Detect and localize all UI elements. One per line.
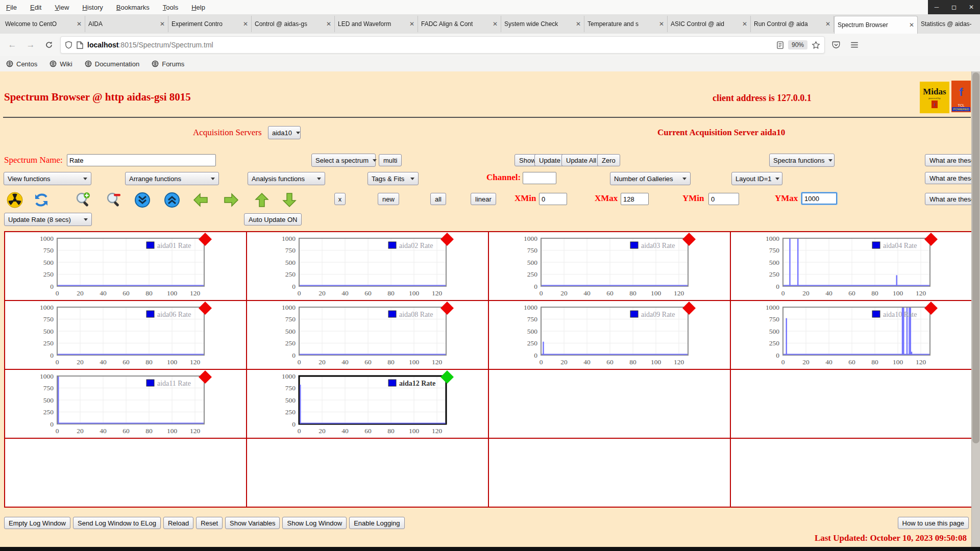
analysis-functions-dropdown[interactable]: Analysis functions [248, 172, 325, 185]
zero-button[interactable]: Zero [597, 154, 620, 166]
tab-close-icon[interactable]: ✕ [243, 20, 248, 28]
menu-item-history[interactable]: History [82, 4, 103, 11]
gallery-cell-aida10-rate[interactable]: 02505007501000020406080100120aida10 Rate [731, 301, 973, 370]
red-status-diamond-icon[interactable] [199, 233, 212, 246]
gallery-cell-empty[interactable] [731, 370, 973, 439]
tab-asic-control-aid[interactable]: ASIC Control @ aid✕ [668, 16, 751, 32]
tab-close-icon[interactable]: ✕ [160, 20, 165, 28]
red-status-diamond-icon[interactable] [440, 302, 454, 315]
tab-close-icon[interactable]: ✕ [409, 20, 414, 28]
arrange-functions-dropdown[interactable]: Arrange functions [125, 172, 219, 185]
tags-fits-dropdown[interactable]: Tags & Fits [368, 172, 419, 185]
menu-item-tools[interactable]: Tools [163, 4, 178, 11]
menu-item-view[interactable]: View [55, 4, 69, 11]
menu-item-help[interactable]: Help [191, 4, 205, 11]
zoom-level-button[interactable]: 90% [788, 40, 807, 49]
radiation-icon[interactable] [6, 191, 23, 209]
tab-close-icon[interactable]: ✕ [326, 20, 331, 28]
tab-close-icon[interactable]: ✕ [825, 20, 830, 28]
double-arrow-down-icon[interactable] [134, 191, 151, 209]
menu-item-file[interactable]: File [6, 4, 17, 11]
show-log-window-button[interactable]: Show Log Window [282, 517, 347, 529]
acquisition-server-dropdown[interactable]: aida10 [268, 126, 301, 139]
midas-logo[interactable]: Midas powered by f [920, 82, 949, 113]
send-log-window-to-elog-button[interactable]: Send Log Window to ELog [73, 517, 161, 529]
gallery-cell-aida04-rate[interactable]: 02505007501000020406080100120aida04 Rate [731, 232, 973, 301]
page-info-icon[interactable] [77, 41, 83, 49]
reader-mode-icon[interactable] [776, 41, 784, 49]
view-functions-dropdown[interactable]: View functions [4, 172, 91, 185]
spectrum-chart[interactable]: 02505007501000020406080100120aida10 Rate [732, 302, 972, 369]
hamburger-menu-icon[interactable] [847, 38, 862, 52]
tab-control-aidas-gs[interactable]: Control @ aidas-gs✕ [252, 16, 335, 32]
bookmark-star-icon[interactable] [812, 41, 820, 49]
arrow-up-icon[interactable] [253, 191, 271, 209]
spectrum-chart[interactable]: 02505007501000020406080100120aida06 Rate [6, 302, 246, 369]
spectra-functions-dropdown[interactable]: Spectra functions [769, 154, 835, 167]
reload-button[interactable] [42, 38, 56, 52]
auto-update-button[interactable]: Auto Update ON [244, 213, 302, 226]
gallery-cell-aida06-rate[interactable]: 02505007501000020406080100120aida06 Rate [5, 301, 247, 370]
zoom-out-icon[interactable] [105, 191, 122, 209]
red-status-diamond-icon[interactable] [924, 233, 938, 246]
arrow-right-icon[interactable] [223, 191, 240, 209]
forward-button[interactable]: → [23, 38, 38, 52]
shield-icon[interactable] [65, 41, 72, 49]
tab-welcome-to-cento[interactable]: Welcome to CentO✕ [2, 16, 85, 32]
spectrum-chart[interactable]: 02505007501000020406080100120aida08 Rate [248, 302, 488, 369]
update-button[interactable]: Update [534, 154, 565, 166]
tab-system-wide-check[interactable]: System wide Check✕ [501, 16, 584, 32]
bookmark-centos[interactable]: Centos [6, 60, 37, 68]
x-axis-button[interactable]: x [334, 193, 346, 205]
ymax-input[interactable] [801, 192, 837, 205]
red-status-diamond-icon[interactable] [199, 302, 212, 315]
gallery-cell-aida11-rate[interactable]: 02505007501000020406080100120aida11 Rate [5, 370, 247, 439]
tab-close-icon[interactable]: ✕ [576, 20, 581, 28]
url-text[interactable]: localhost:8015/Spectrum/Spectrum.tml [87, 41, 772, 49]
close-window-button[interactable]: ✕ [963, 0, 980, 14]
bookmark-wiki[interactable]: Wiki [50, 60, 72, 68]
enable-logging-button[interactable]: Enable Logging [349, 517, 404, 529]
tab-close-icon[interactable]: ✕ [77, 20, 82, 28]
double-arrow-up-icon[interactable] [163, 191, 181, 209]
refresh-icon[interactable] [33, 191, 50, 209]
layout-id-dropdown[interactable]: Layout ID=1 [731, 172, 782, 185]
back-button[interactable]: ← [5, 38, 19, 52]
spectrum-chart[interactable]: 02505007501000020406080100120aida01 Rate [6, 233, 246, 300]
spectrum-chart[interactable]: 02505007501000020406080100120aida12 Rate [248, 371, 488, 438]
gallery-cell-empty[interactable] [247, 439, 489, 508]
new-button[interactable]: new [378, 193, 399, 205]
multi-button[interactable]: multi [379, 154, 402, 166]
tab-fadc-align-cont[interactable]: FADC Align & Cont✕ [418, 16, 501, 32]
spectrum-chart[interactable]: 02505007501000020406080100120aida02 Rate [248, 233, 488, 300]
green-status-diamond-icon[interactable] [440, 370, 454, 384]
minimize-window-button[interactable]: ─ [928, 0, 945, 14]
gallery-cell-aida12-rate[interactable]: 02505007501000020406080100120aida12 Rate [247, 370, 489, 439]
how-to-use-button[interactable]: How to use this page [898, 517, 969, 529]
gallery-cell-empty[interactable] [5, 439, 247, 508]
tab-close-icon[interactable]: ✕ [742, 20, 747, 28]
arrow-left-icon[interactable] [192, 191, 209, 209]
show-variables-button[interactable]: Show Variables [225, 517, 280, 529]
gallery-cell-aida08-rate[interactable]: 02505007501000020406080100120aida08 Rate [247, 301, 489, 370]
menu-item-edit[interactable]: Edit [30, 4, 41, 11]
channel-input[interactable] [523, 172, 556, 184]
red-status-diamond-icon[interactable] [682, 233, 696, 246]
pocket-icon[interactable] [829, 38, 843, 52]
gallery-cell-aida03-rate[interactable]: 02505007501000020406080100120aida03 Rate [489, 232, 731, 301]
tab-spectrum-browser[interactable]: Spectrum Browser✕ [834, 16, 918, 34]
tab-statistics-aidas[interactable]: Statistics @ aidas-✕ [918, 16, 980, 32]
all-button[interactable]: all [430, 193, 446, 205]
gallery-cell-empty[interactable] [489, 370, 731, 439]
url-bar[interactable]: localhost:8015/Spectrum/Spectrum.tml 90% [60, 36, 825, 54]
spectrum-chart[interactable]: 02505007501000020406080100120aida09 Rate [490, 302, 730, 369]
spectrum-chart[interactable]: 02505007501000020406080100120aida11 Rate [6, 371, 246, 438]
tab-experiment-contro[interactable]: Experiment Contro✕ [168, 16, 252, 32]
update-all-button[interactable]: Update All [561, 154, 601, 166]
tcl-powered-logo[interactable]: f TCL POWERED [951, 81, 971, 112]
ymin-input[interactable] [708, 193, 739, 205]
xmin-input[interactable] [539, 193, 567, 205]
select-spectrum-dropdown[interactable]: Select a spectrum [311, 154, 376, 167]
red-status-diamond-icon[interactable] [924, 302, 938, 315]
zoom-in-icon[interactable] [75, 191, 92, 209]
